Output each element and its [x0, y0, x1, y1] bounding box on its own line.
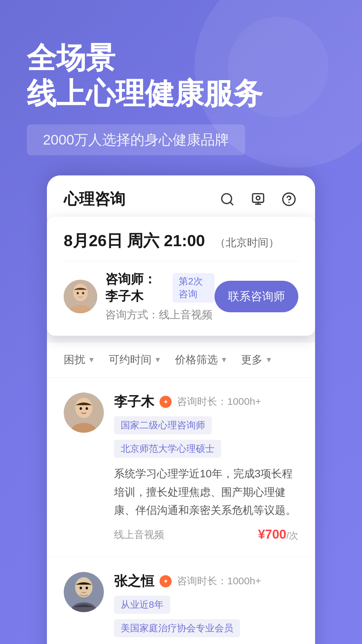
filter-concern[interactable]: 困扰 ▼ — [64, 353, 95, 367]
verified-badge-zhangzhiheng: ✦ — [160, 575, 172, 587]
filter-row: 困扰 ▼ 可约时间 ▼ 价格筛选 ▼ 更多 ▼ — [47, 342, 315, 378]
price-lizimu: ¥700/次 — [258, 527, 298, 542]
filter-time[interactable]: 可约时间 ▼ — [109, 353, 162, 367]
record-icon[interactable] — [249, 190, 267, 209]
appointment-card: 8月26日 周六 21:00 （北京时间） — [47, 217, 315, 336]
search-icon[interactable] — [218, 190, 237, 209]
hero-subtitle-box: 2000万人选择的身心健康品牌 — [27, 124, 245, 155]
counselor-list: 李子木 ✦ 咨询时长：1000h+ 国家二级心理咨询师 北京师范大学心理硕士 系… — [47, 378, 315, 644]
hero-title: 全场景 线上心理健康服务 — [27, 40, 335, 111]
filter-price-arrow: ▼ — [221, 356, 228, 364]
counselor-footer-lizimu: 线上音视频 ¥700/次 — [114, 527, 298, 542]
consultation-badge: 第2次咨询 — [173, 273, 215, 303]
filter-time-arrow: ▼ — [154, 356, 162, 364]
app-header-icons — [218, 190, 298, 209]
consultant-avatar — [64, 280, 97, 313]
consultant-method: 咨询方式：线上音视频 — [105, 308, 215, 322]
counselor-experience-lizimu: 咨询时长：1000h+ — [177, 395, 261, 409]
tag-membership: 美国家庭治疗协会专业会员 — [114, 619, 240, 637]
counselor-item-2[interactable]: 张之恒 ✦ 咨询时长：1000h+ 从业近8年 美国家庭治疗协会专业会员 我是一… — [47, 557, 315, 644]
help-icon[interactable] — [280, 190, 298, 209]
tag-education: 北京师范大学心理硕士 — [114, 440, 221, 458]
consultant-name-row: 咨询师：李子木 第2次咨询 — [105, 271, 215, 305]
verified-badge-lizimu: ✦ — [160, 396, 172, 408]
svg-point-22 — [80, 587, 82, 589]
app-header-title: 心理咨询 — [64, 189, 125, 210]
svg-point-17 — [80, 407, 82, 410]
counselor-avatar-lizimu — [64, 392, 104, 433]
svg-point-3 — [256, 196, 260, 200]
filter-more[interactable]: 更多 ▼ — [241, 353, 273, 367]
counselor-name-zhangzhiheng: 张之恒 — [114, 572, 154, 590]
counselor-content-lizimu: 李子木 ✦ 咨询时长：1000h+ 国家二级心理咨询师 北京师范大学心理硕士 系… — [114, 392, 298, 542]
appointment-datetime: 8月26日 周六 21:00 （北京时间） — [64, 230, 298, 252]
tag-seniority: 从业近8年 — [114, 596, 170, 614]
counselor-name-row-lizimu: 李子木 ✦ 咨询时长：1000h+ — [114, 392, 298, 411]
counselor-tags-lizimu: 国家二级心理咨询师 北京师范大学心理硕士 — [114, 416, 298, 458]
app-card: 心理咨询 — [47, 175, 315, 644]
app-header: 心理咨询 — [47, 175, 315, 220]
consultant-info: 咨询师：李子木 第2次咨询 咨询方式：线上音视频 — [64, 271, 215, 322]
svg-point-15 — [75, 398, 93, 418]
svg-point-12 — [77, 292, 79, 294]
counselor-avatar-zhangzhiheng — [64, 572, 104, 612]
counselor-tags-zhangzhiheng: 从业近8年 美国家庭治疗协会专业会员 — [114, 596, 298, 637]
svg-point-20 — [75, 577, 93, 597]
app-card-wrapper: 心理咨询 — [47, 175, 315, 644]
hero-section: 全场景 线上心理健康服务 2000万人选择的身心健康品牌 心理咨询 — [0, 0, 362, 644]
filter-concern-arrow: ▼ — [88, 356, 95, 364]
svg-point-18 — [86, 407, 88, 410]
counselor-name-row-zhangzhiheng: 张之恒 ✦ 咨询时长：1000h+ — [114, 572, 298, 590]
counselor-content-zhangzhiheng: 张之恒 ✦ 咨询时长：1000h+ 从业近8年 美国家庭治疗协会专业会员 我是一… — [114, 572, 298, 644]
consultant-text: 咨询师：李子木 第2次咨询 咨询方式：线上音视频 — [105, 271, 215, 322]
counselor-experience-zhangzhiheng: 咨询时长：1000h+ — [177, 574, 261, 588]
appointment-detail: 咨询师：李子木 第2次咨询 咨询方式：线上音视频 联系咨询师 — [64, 271, 298, 322]
filter-more-arrow: ▼ — [265, 356, 273, 364]
counselor-desc-lizimu: 系统学习心理学近10年，完成3项长程培训，擅长处理焦虑、围产期心理健康、伴侣沟通… — [114, 465, 298, 519]
hero-subtitle: 2000万人选择的身心健康品牌 — [43, 132, 229, 148]
svg-line-1 — [230, 202, 233, 205]
svg-rect-2 — [253, 194, 264, 203]
consultant-name-label: 咨询师：李子木 — [105, 271, 167, 305]
tag-qualification: 国家二级心理咨询师 — [114, 416, 212, 434]
svg-point-23 — [86, 587, 88, 589]
svg-point-13 — [82, 292, 84, 294]
service-type-lizimu: 线上音视频 — [114, 528, 164, 542]
counselor-item[interactable]: 李子木 ✦ 咨询时长：1000h+ 国家二级心理咨询师 北京师范大学心理硕士 系… — [47, 378, 315, 557]
contact-consultant-button[interactable]: 联系咨询师 — [215, 281, 298, 312]
counselor-name-lizimu: 李子木 — [114, 392, 154, 411]
svg-point-11 — [73, 284, 88, 301]
filter-price[interactable]: 价格筛选 ▼ — [175, 353, 228, 367]
